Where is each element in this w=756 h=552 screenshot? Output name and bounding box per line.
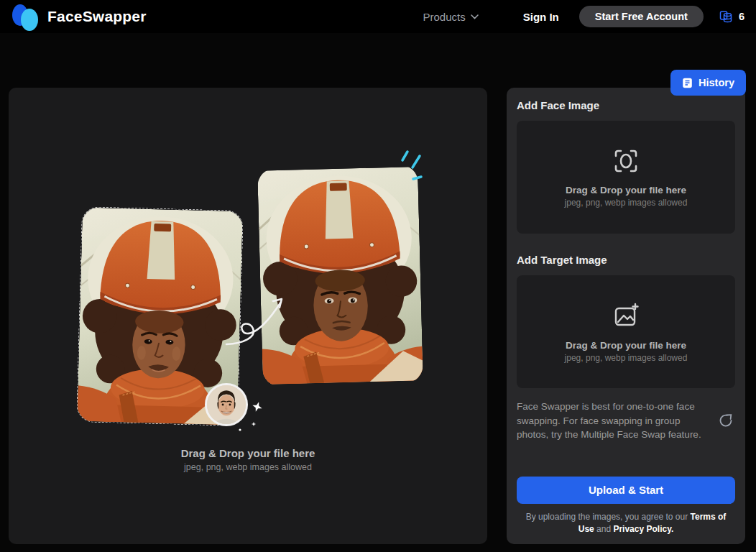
- privacy-policy-link[interactable]: Privacy Policy.: [613, 524, 673, 534]
- add-face-heading: Add Face Image: [517, 99, 735, 112]
- legal-and: and: [594, 524, 614, 534]
- target-drop-title: Drag & Drop your file here: [566, 340, 686, 351]
- start-free-account-button[interactable]: Start Free Account: [579, 6, 704, 27]
- add-target-heading: Add Target Image: [517, 254, 735, 267]
- target-drop-subtitle: jpeg, png, webp images allowed: [565, 353, 688, 363]
- history-button[interactable]: History: [670, 70, 746, 96]
- open-feature-link[interactable]: [716, 413, 735, 428]
- note-text: Face Swapper is best for one-to-one face…: [517, 400, 716, 442]
- brand-name: FaceSwapper: [47, 8, 147, 25]
- chevron-down-icon: [471, 14, 479, 19]
- face-avatar: [205, 383, 248, 426]
- products-label: Products: [423, 11, 466, 23]
- face-scan-icon: [612, 147, 640, 175]
- history-icon: [682, 78, 693, 88]
- multiple-face-swap-note: Face Swapper is best for one-to-one face…: [517, 400, 735, 442]
- upload-start-button[interactable]: Upload & Start: [517, 477, 735, 504]
- result-photo: [257, 165, 423, 387]
- products-menu[interactable]: Products: [423, 11, 479, 23]
- credits-coins-icon: [719, 10, 733, 24]
- face-drop-title: Drag & Drop your file here: [566, 185, 686, 196]
- credits-count: 6: [739, 11, 745, 22]
- credits-badge[interactable]: 6: [719, 10, 745, 24]
- legal-text: By uploading the images, you agree to ou…: [517, 511, 735, 536]
- navbar-right: Products Sign In Start Free Account 6: [423, 6, 745, 27]
- main-drop-title: Drag & Drop your file here: [9, 447, 487, 459]
- face-image-dropzone[interactable]: Drag & Drop your file here jpeg, png, we…: [517, 121, 735, 234]
- faceswapper-app: FaceSwapper Products Sign In Start Free …: [0, 0, 756, 552]
- legal-prefix: By uploading the images, you agree to ou…: [526, 512, 691, 522]
- main-drop-subtitle: jpeg, png, webp images allowed: [9, 462, 487, 472]
- history-label: History: [699, 77, 734, 88]
- top-navbar: FaceSwapper Products Sign In Start Free …: [0, 0, 756, 33]
- sign-in-link[interactable]: Sign In: [523, 11, 559, 23]
- main-dropzone-caption: Drag & Drop your file here jpeg, png, we…: [9, 447, 487, 472]
- external-link-circle-icon: [718, 413, 734, 428]
- target-image-dropzone[interactable]: Drag & Drop your file here jpeg, png, we…: [517, 275, 735, 388]
- sidebar: Add Face Image Drag & Drop your file her…: [507, 88, 745, 544]
- image-add-icon: [612, 301, 640, 330]
- brand-logo[interactable]: FaceSwapper: [7, 1, 147, 32]
- main-dropzone[interactable]: Drag & Drop your file here jpeg, png, we…: [9, 88, 487, 544]
- faceswapper-logo-icon: [7, 1, 40, 32]
- face-drop-subtitle: jpeg, png, webp images allowed: [565, 198, 688, 208]
